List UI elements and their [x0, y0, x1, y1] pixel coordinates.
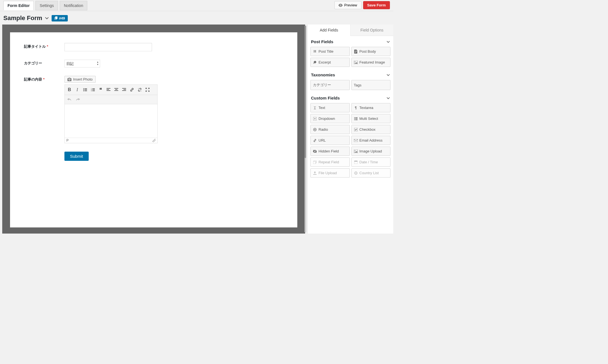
svg-rect-37 — [354, 150, 358, 153]
field-category: カテゴリー 日記 ▴▾ — [24, 60, 283, 67]
field-multi-select[interactable]: Multi Select — [351, 114, 391, 123]
subheader: Sample Form #49 — [0, 11, 393, 25]
blockquote-button[interactable]: ❝ — [97, 86, 104, 93]
required-asterisk: * — [47, 44, 48, 48]
field-post-title: 記事タイトル * — [24, 43, 283, 51]
redo-button[interactable] — [74, 96, 81, 103]
field-textarea[interactable]: ¶Textarea — [351, 103, 391, 112]
svg-rect-43 — [355, 161, 355, 161]
editor-statusbar: P — [65, 138, 157, 143]
dropdown-icon — [313, 117, 317, 121]
field-file-upload[interactable]: File Upload — [310, 168, 350, 178]
document-icon — [354, 50, 358, 54]
field-repeat[interactable]: Repeat Field — [310, 157, 350, 167]
radio-icon — [313, 128, 317, 132]
editor-textarea[interactable] — [65, 104, 157, 138]
sidebar: Add Fields Field Options Post Fields HPo… — [307, 25, 393, 234]
svg-rect-40 — [313, 161, 316, 164]
field-post-body[interactable]: Post Body — [351, 47, 391, 56]
canvas-wrap: 記事タイトル * カテゴリー 日記 ▴▾ — [0, 25, 307, 234]
preview-button[interactable]: Preview — [334, 1, 361, 9]
insert-photo-button[interactable]: Insert Photo — [64, 76, 96, 83]
tab-notification[interactable]: Notification — [60, 1, 87, 10]
field-text[interactable]: TText — [310, 103, 350, 112]
main-area: 記事タイトル * カテゴリー 日記 ▴▾ — [0, 25, 393, 234]
svg-rect-35 — [354, 139, 358, 142]
form-id-pill[interactable]: #49 — [52, 15, 68, 21]
canvas-scrollbar[interactable] — [305, 26, 306, 232]
insert-photo-label: Insert Photo — [73, 77, 93, 81]
envelope-icon — [354, 139, 358, 142]
header-bar: Form Editor Settings Notification Previe… — [0, 0, 393, 11]
field-control — [64, 43, 152, 51]
svg-rect-20 — [122, 88, 126, 89]
field-image-upload[interactable]: Image Upload — [351, 147, 391, 156]
custom-fields-grid: TText ¶Textarea Dropdown Multi Select Ra… — [310, 103, 390, 180]
canvas-outer: 記事タイトル * カテゴリー 日記 ▴▾ — [2, 25, 305, 234]
align-right-button[interactable] — [120, 86, 128, 93]
title-input[interactable] — [64, 43, 152, 51]
svg-point-38 — [354, 150, 355, 151]
sidebar-tabs: Add Fields Field Options — [308, 25, 393, 36]
field-featured-image[interactable]: Featured Image — [351, 58, 391, 67]
sidebar-body: Post Fields HPost Title Post Body Excerp… — [308, 36, 393, 180]
editor-toolbar: B I 123 ❝ — [65, 85, 157, 95]
form-name-dropdown[interactable] — [45, 16, 49, 20]
numbered-list-button[interactable]: 123 — [89, 86, 96, 93]
bold-button[interactable]: B — [66, 86, 73, 93]
field-excerpt[interactable]: Excerpt — [310, 58, 350, 67]
chevron-down-icon — [387, 40, 390, 43]
list-icon — [354, 117, 358, 121]
svg-rect-7 — [85, 91, 87, 91]
undo-button[interactable] — [66, 96, 73, 103]
italic-button[interactable]: I — [74, 86, 81, 93]
bullet-list-button[interactable] — [81, 86, 89, 93]
submit-button[interactable]: Submit — [64, 152, 89, 161]
sidebar-tab-add-fields[interactable]: Add Fields — [308, 25, 350, 36]
save-form-button[interactable]: Save Form — [363, 1, 390, 9]
field-url[interactable]: URL — [310, 136, 350, 145]
unlink-button[interactable] — [136, 86, 143, 93]
canvas-scrollbar-thumb[interactable] — [305, 26, 306, 158]
section-custom-fields[interactable]: Custom Fields — [310, 92, 390, 103]
main-tabs: Form Editor Settings Notification — [3, 1, 87, 10]
svg-rect-16 — [107, 90, 110, 91]
link-button[interactable] — [128, 86, 136, 93]
svg-text:3: 3 — [91, 90, 92, 91]
field-country-list[interactable]: Country List — [351, 168, 391, 178]
field-hidden[interactable]: Hidden Field — [310, 147, 350, 156]
svg-rect-15 — [107, 89, 109, 90]
text-icon: T — [313, 106, 317, 110]
field-email[interactable]: Email Address — [351, 136, 391, 145]
align-left-button[interactable] — [105, 86, 112, 93]
svg-rect-42 — [354, 161, 358, 162]
tab-settings[interactable]: Settings — [35, 1, 58, 10]
field-checkbox[interactable]: Checkbox — [351, 125, 391, 134]
section-taxonomies[interactable]: Taxonomies — [310, 69, 390, 80]
field-date-time[interactable]: Date / Time — [351, 157, 391, 167]
tab-form-editor[interactable]: Form Editor — [3, 1, 34, 10]
field-content: 記事の内容 * Insert Photo B I — [24, 76, 283, 143]
category-select[interactable]: 日記 — [64, 60, 100, 67]
form-name: Sample Form — [3, 14, 42, 22]
field-radio[interactable]: Radio — [310, 125, 350, 134]
field-category[interactable]: カテゴリー — [310, 80, 350, 90]
fullscreen-button[interactable] — [144, 86, 151, 93]
chevron-down-icon — [387, 96, 390, 100]
form-canvas: 記事タイトル * カテゴリー 日記 ▴▾ — [10, 32, 297, 227]
svg-rect-23 — [354, 61, 358, 64]
field-post-title[interactable]: HPost Title — [310, 47, 350, 56]
svg-rect-3 — [85, 88, 87, 89]
sidebar-tab-field-options[interactable]: Field Options — [350, 25, 393, 36]
calendar-icon — [354, 160, 358, 164]
section-post-fields[interactable]: Post Fields — [310, 36, 390, 47]
svg-rect-31 — [355, 120, 358, 120]
upload-icon — [313, 171, 317, 175]
field-tags[interactable]: Tags — [351, 80, 391, 90]
align-center-button[interactable] — [113, 86, 120, 93]
post-fields-grid: HPost Title Post Body Excerpt Featured I… — [310, 47, 390, 69]
field-dropdown[interactable]: Dropdown — [310, 114, 350, 123]
taxonomies-grid: カテゴリー Tags — [310, 80, 390, 92]
resize-grip-icon[interactable] — [152, 139, 156, 142]
form-id-text: #49 — [59, 16, 65, 20]
